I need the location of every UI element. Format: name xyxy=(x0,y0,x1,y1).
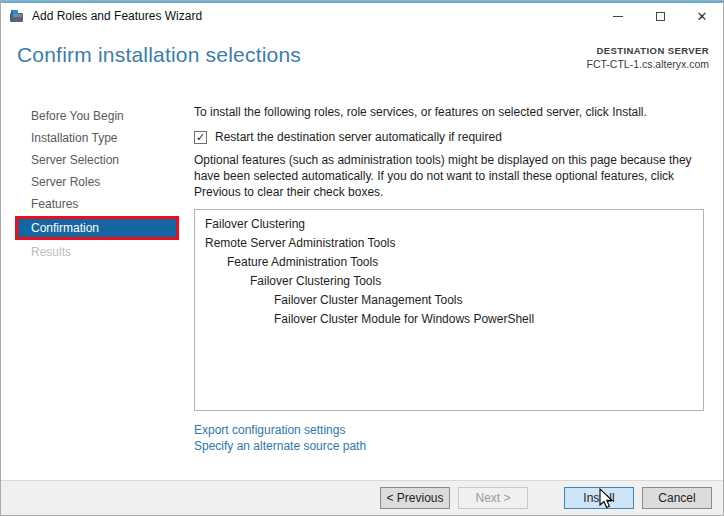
sidebar-item-results: Results xyxy=(15,241,179,263)
sidebar-item-installation-type[interactable]: Installation Type xyxy=(15,127,179,149)
install-button[interactable]: Install xyxy=(564,487,634,509)
confirmation-page-content: To install the following roles, role ser… xyxy=(179,97,724,482)
wizard-header: Confirm installation selections DESTINAT… xyxy=(1,29,723,97)
wizard-window: Add Roles and Features Wizard ✕ Confirm … xyxy=(0,0,724,516)
feature-tree-item[interactable]: Feature Administration Tools xyxy=(195,253,703,272)
destination-server-name: FCT-CTL-1.cs.alteryx.com xyxy=(586,58,709,70)
page-title: Confirm installation selections xyxy=(17,43,301,97)
feature-tree-item[interactable]: Remote Server Administration Tools xyxy=(195,234,703,253)
sidebar-item-confirmation[interactable]: Confirmation xyxy=(15,216,179,240)
feature-tree-item[interactable]: Failover Clustering xyxy=(195,215,703,234)
maximize-icon xyxy=(656,12,665,21)
wizard-nav-sidebar: Before You Begin Installation Type Serve… xyxy=(1,97,179,482)
close-icon: ✕ xyxy=(697,10,708,23)
previous-button[interactable]: < Previous xyxy=(380,487,450,509)
close-button[interactable]: ✕ xyxy=(681,3,723,29)
export-configuration-link[interactable]: Export configuration settings xyxy=(194,422,704,438)
destination-server-label: DESTINATION SERVER xyxy=(586,45,709,56)
cancel-button[interactable]: Cancel xyxy=(642,487,712,509)
minimize-button[interactable] xyxy=(597,3,639,29)
sidebar-item-before-you-begin[interactable]: Before You Begin xyxy=(15,105,179,127)
checkmark-icon: ✓ xyxy=(196,132,205,143)
server-manager-icon xyxy=(9,8,25,24)
intro-text: To install the following roles, role ser… xyxy=(194,105,704,119)
selected-features-listbox[interactable]: Failover Clustering Remote Server Admini… xyxy=(194,209,704,411)
restart-checkbox-label: Restart the destination server automatic… xyxy=(215,130,502,144)
minimize-icon xyxy=(613,16,623,17)
feature-tree-item[interactable]: Failover Cluster Module for Windows Powe… xyxy=(195,310,703,329)
restart-checkbox-row[interactable]: ✓ Restart the destination server automat… xyxy=(194,130,704,144)
optional-features-note: Optional features (such as administratio… xyxy=(194,153,699,200)
wizard-footer: < Previous Next > Install Cancel xyxy=(1,480,723,515)
feature-tree-item[interactable]: Failover Clustering Tools xyxy=(195,272,703,291)
maximize-button[interactable] xyxy=(639,3,681,29)
sidebar-item-server-selection[interactable]: Server Selection xyxy=(15,149,179,171)
feature-tree-item[interactable]: Failover Cluster Management Tools xyxy=(195,291,703,310)
sidebar-item-server-roles[interactable]: Server Roles xyxy=(15,171,179,193)
next-button: Next > xyxy=(458,487,528,509)
title-bar: Add Roles and Features Wizard ✕ xyxy=(1,3,723,29)
destination-server-block: DESTINATION SERVER FCT-CTL-1.cs.alteryx.… xyxy=(586,43,709,97)
restart-checkbox[interactable]: ✓ xyxy=(194,131,207,144)
sidebar-item-features[interactable]: Features xyxy=(15,193,179,215)
alternate-source-path-link[interactable]: Specify an alternate source path xyxy=(194,438,704,454)
window-title: Add Roles and Features Wizard xyxy=(32,9,202,23)
